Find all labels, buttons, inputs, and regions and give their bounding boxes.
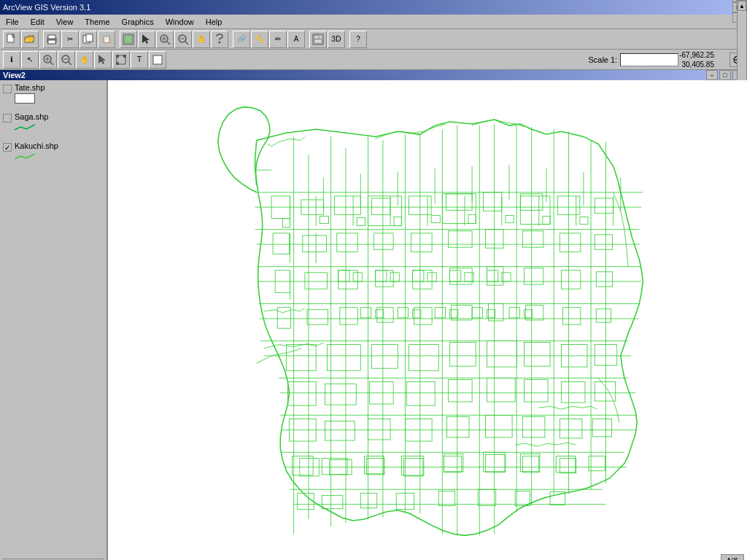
copy-button[interactable] bbox=[80, 31, 97, 48]
svg-rect-3 bbox=[48, 35, 55, 39]
view2-window: View2 - □ × Tate.shp bbox=[0, 70, 747, 560]
legend-item-tate: Tate.shp bbox=[3, 83, 92, 104]
view2-maximize-button[interactable]: □ bbox=[719, 70, 731, 80]
help-button[interactable]: ? bbox=[349, 31, 367, 48]
kakuchi-label: Kakuchi.shp bbox=[15, 141, 58, 150]
svg-point-17 bbox=[219, 41, 221, 43]
open-button[interactable] bbox=[21, 31, 39, 48]
menu-graphics[interactable]: Graphics bbox=[119, 16, 157, 28]
svg-rect-6 bbox=[86, 34, 93, 42]
identify-button[interactable] bbox=[211, 31, 228, 48]
svg-line-15 bbox=[185, 42, 188, 44]
menu-window[interactable]: Window bbox=[163, 16, 197, 28]
kakuchi-line-symbol bbox=[15, 152, 35, 162]
draw-button[interactable]: ✏ bbox=[269, 31, 287, 48]
saga-checkbox[interactable] bbox=[3, 114, 12, 122]
kakuchi-symbol: Kakuchi.shp bbox=[15, 141, 58, 162]
svg-line-22 bbox=[50, 62, 53, 65]
tate-label: Tate.shp bbox=[15, 83, 45, 92]
menu-view[interactable]: View bbox=[53, 16, 77, 28]
svg-rect-19 bbox=[314, 36, 319, 39]
saga-line-symbol bbox=[15, 122, 35, 133]
menu-theme[interactable]: Theme bbox=[82, 16, 112, 28]
menu-help[interactable]: Help bbox=[203, 16, 225, 28]
title-bar: ArcView GIS Version 3.1 _ □ × bbox=[0, 0, 747, 15]
view2-minimize-button[interactable]: - bbox=[706, 70, 718, 80]
svg-rect-34 bbox=[108, 81, 747, 560]
svg-line-26 bbox=[69, 62, 71, 65]
svg-rect-20 bbox=[314, 39, 322, 43]
zoom-full-button[interactable] bbox=[120, 31, 137, 48]
3d-button[interactable]: 3D bbox=[328, 31, 345, 48]
text-button[interactable]: T bbox=[131, 51, 148, 69]
hotlink-button[interactable]: 🔗 bbox=[233, 31, 250, 48]
menu-edit[interactable]: Edit bbox=[28, 16, 47, 28]
view2-title-bar: View2 - □ × bbox=[0, 70, 747, 80]
zoom-out-button[interactable] bbox=[174, 31, 192, 48]
select-button[interactable] bbox=[138, 31, 155, 48]
paste-button[interactable]: 📋 bbox=[98, 31, 115, 48]
scale-input[interactable] bbox=[620, 53, 678, 66]
tate-checkbox[interactable] bbox=[3, 85, 12, 93]
menu-bar: File Edit View Theme Graphics Window Hel… bbox=[0, 15, 747, 29]
saga-symbol: Saga.shp bbox=[15, 112, 48, 133]
pointer-button[interactable] bbox=[94, 51, 112, 69]
legend-panel: Tate.shp Saga.shp bbox=[0, 80, 108, 560]
new-button[interactable] bbox=[3, 31, 20, 48]
coords-display: -67,962.2530,405.85 bbox=[679, 50, 714, 69]
svg-rect-8 bbox=[125, 36, 132, 43]
print-button[interactable] bbox=[43, 31, 61, 48]
svg-rect-33 bbox=[153, 55, 162, 64]
zoom-out-map-button[interactable] bbox=[58, 51, 75, 69]
zoom-in-map-button[interactable] bbox=[39, 51, 57, 69]
toolbar2: ℹ ↖ ✋ T Scale 1: -67,962.2530,405.85 ⊕ bbox=[0, 50, 747, 70]
kakuchi-checkbox[interactable]: ✓ bbox=[3, 143, 12, 152]
view2-content: Tate.shp Saga.shp bbox=[0, 80, 747, 560]
svg-marker-9 bbox=[142, 34, 150, 44]
toolbar1: ✂ 📋 ✋ 🔗 📏 ✏ A 3D ? bbox=[0, 29, 747, 50]
pan-map-button[interactable]: ✋ bbox=[76, 51, 93, 69]
zoom-in-button[interactable] bbox=[156, 31, 174, 48]
app-title: ArcView GIS Version 3.1 bbox=[3, 3, 90, 12]
legend-item-kakuchi: ✓ Kakuchi.shp bbox=[3, 141, 92, 162]
scale-label: Scale 1: bbox=[588, 55, 617, 64]
map-area[interactable]: A漢 bbox=[108, 80, 747, 560]
legend-scroll: Tate.shp Saga.shp bbox=[3, 83, 104, 559]
scroll-up-button[interactable]: ▲ bbox=[738, 1, 746, 11]
symbol-button[interactable] bbox=[149, 51, 166, 69]
view2-title-text: View2 bbox=[3, 71, 26, 79]
checkmark-icon: ✓ bbox=[4, 144, 10, 152]
svg-rect-31 bbox=[123, 55, 126, 58]
layout-button[interactable] bbox=[309, 31, 327, 48]
svg-rect-32 bbox=[116, 62, 119, 65]
legend-item-saga: Saga.shp bbox=[3, 112, 92, 133]
map-display bbox=[108, 80, 747, 560]
svg-rect-30 bbox=[116, 55, 119, 58]
saga-label: Saga.shp bbox=[15, 112, 48, 121]
menu-file[interactable]: File bbox=[3, 16, 22, 28]
cut-button[interactable]: ✂ bbox=[61, 31, 79, 48]
scale-bar: Scale 1: bbox=[588, 53, 678, 66]
svg-marker-28 bbox=[98, 55, 106, 64]
measure-button[interactable]: 📏 bbox=[251, 31, 268, 48]
svg-rect-4 bbox=[48, 40, 55, 44]
tate-symbol: Tate.shp bbox=[15, 83, 45, 104]
select-features-button[interactable]: ↖ bbox=[21, 51, 39, 69]
vertex-button[interactable] bbox=[112, 51, 130, 69]
svg-line-11 bbox=[167, 42, 170, 44]
main-area: View2 - □ × Tate.shp bbox=[0, 70, 747, 560]
tate-box-symbol bbox=[15, 93, 35, 104]
language-button[interactable]: A漢 bbox=[721, 554, 744, 560]
info-button[interactable]: ℹ bbox=[3, 51, 20, 69]
pan-button[interactable]: ✋ bbox=[193, 31, 210, 48]
label-button[interactable]: A bbox=[287, 31, 305, 48]
